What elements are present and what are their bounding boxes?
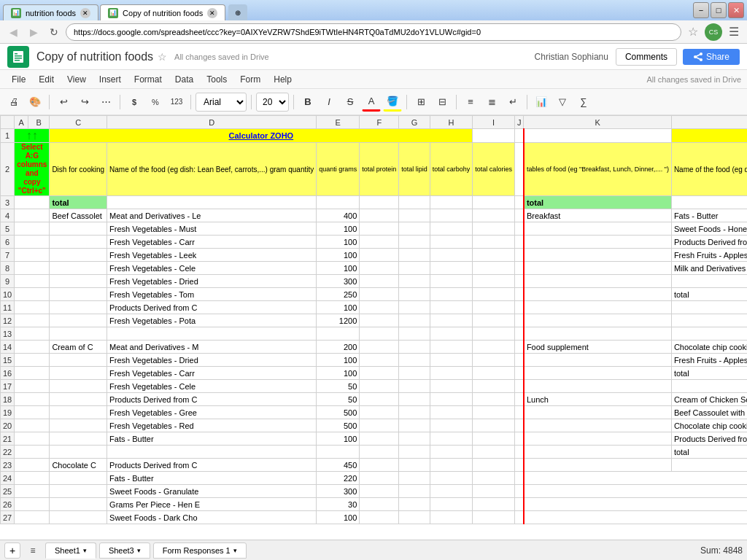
cell-j15[interactable] [514,354,524,367]
cell-c25[interactable] [50,485,107,498]
cell-g7[interactable] [399,249,430,262]
cell-e17[interactable]: 50 [317,380,360,393]
cell-e3[interactable] [317,196,360,209]
cell-i3[interactable] [473,196,515,209]
cell-l12[interactable] [671,314,747,327]
cell-g20[interactable] [399,419,430,432]
cell-g24[interactable] [399,472,430,485]
italic-btn[interactable]: I [320,93,338,112]
cell-e11[interactable]: 100 [317,301,360,314]
cell-i14[interactable] [473,341,515,354]
chart-btn[interactable]: 📊 [532,93,551,112]
cell-k12[interactable] [524,314,672,327]
cell-l16[interactable]: total [671,367,747,380]
cell-k27[interactable] [524,511,747,524]
cell-i4[interactable] [473,209,515,222]
cell-k24[interactable] [524,472,747,485]
col-header-a[interactable]: A [15,116,28,129]
cell-f19[interactable] [360,406,399,419]
cell-g16[interactable] [399,367,430,380]
cell-k10[interactable] [524,288,672,301]
cell-a7[interactable] [15,249,50,262]
cell-a24[interactable] [15,472,50,485]
col-header-i[interactable]: I [473,116,515,129]
cell-c22[interactable] [50,446,107,459]
menu-insert[interactable]: Insert [93,73,127,86]
cell-d9[interactable]: Fresh Vegetables - Dried [107,275,317,288]
cell-j4[interactable] [514,209,524,222]
cell-g8[interactable] [399,262,430,275]
cell-a16[interactable] [15,367,50,380]
cell-h12[interactable] [430,314,473,327]
menu-view[interactable]: View [61,73,92,86]
url-input[interactable] [66,23,681,41]
col-header-g[interactable]: G [399,116,430,129]
cell-i16[interactable] [473,367,515,380]
cell-j1[interactable] [514,129,524,143]
cell-k20[interactable] [524,419,672,432]
cell-i7[interactable] [473,249,515,262]
cell-j25[interactable] [514,485,524,498]
cell-i8[interactable] [473,262,515,275]
cell-k1[interactable] [524,129,672,143]
cell-i27[interactable] [473,511,515,524]
cell-j11[interactable] [514,301,524,314]
cell-j10[interactable] [514,288,524,301]
cell-c20[interactable] [50,419,107,432]
cell-e20[interactable]: 500 [317,419,360,432]
cell-j3[interactable] [514,196,524,209]
cell-c13[interactable] [50,327,107,341]
cell-g27[interactable] [399,511,430,524]
cell-k21[interactable] [524,432,672,446]
cell-e13[interactable] [317,327,360,341]
cell-j8[interactable] [514,262,524,275]
cell-f8[interactable] [360,262,399,275]
cell-c18[interactable] [50,393,107,406]
share-button[interactable]: Share [683,49,740,65]
cell-d17[interactable]: Fresh Vegetables - Cele [107,380,317,393]
cell-l20[interactable]: Chocolate chip cookies [671,419,747,432]
cell-l23[interactable] [671,459,747,472]
cell-c2[interactable]: Dish for cooking [50,143,107,196]
cell-g9[interactable] [399,275,430,288]
cell-l9[interactable] [671,275,747,288]
cell-c9[interactable] [50,275,107,288]
cell-a14[interactable] [15,341,50,354]
cell-a25[interactable] [15,485,50,498]
cell-k13[interactable] [524,327,672,341]
border-btn[interactable]: ⊞ [411,93,430,112]
cell-f24[interactable] [360,472,399,485]
cell-j9[interactable] [514,275,524,288]
font-size-selector[interactable]: 20 [256,93,289,112]
cell-i25[interactable] [473,485,515,498]
cell-h16[interactable] [430,367,473,380]
cell-f12[interactable] [360,314,399,327]
cell-d22[interactable] [107,446,317,459]
new-tab-btn[interactable]: ⊕ [228,4,247,20]
cell-f6[interactable] [360,236,399,249]
cell-h21[interactable] [430,432,473,446]
title-star-icon[interactable]: ☆ [158,51,167,63]
cell-j2[interactable] [514,143,524,196]
back-btn[interactable]: ◀ [4,23,22,41]
cell-d14[interactable]: Meat and Derivatives - M [107,341,317,354]
cell-l10[interactable]: total [671,288,747,301]
cell-a6[interactable] [15,236,50,249]
paint-format-btn[interactable]: 🎨 [26,93,44,112]
cell-g2[interactable]: total lipid [399,143,430,196]
cell-k3[interactable]: total [524,196,672,209]
cell-c10[interactable] [50,288,107,301]
cell-h6[interactable] [430,236,473,249]
cell-d23[interactable]: Products Derived from C [107,459,317,472]
cell-a19[interactable] [15,406,50,419]
cell-a26[interactable] [15,498,50,511]
cell-d4[interactable]: Meat and Derivatives - Le [107,209,317,222]
cell-a18[interactable] [15,393,50,406]
cell-d3[interactable] [107,196,317,209]
cell-i11[interactable] [473,301,515,314]
cell-l22[interactable]: total [671,446,747,459]
cell-d26[interactable]: Grams Per Piece - Hen E [107,498,317,511]
font-color-btn[interactable]: A [362,93,381,112]
cell-d7[interactable]: Fresh Vegetables - Leek [107,249,317,262]
tab-nutrition-foods[interactable]: 📊 nutrition foods ✕ [3,4,98,20]
